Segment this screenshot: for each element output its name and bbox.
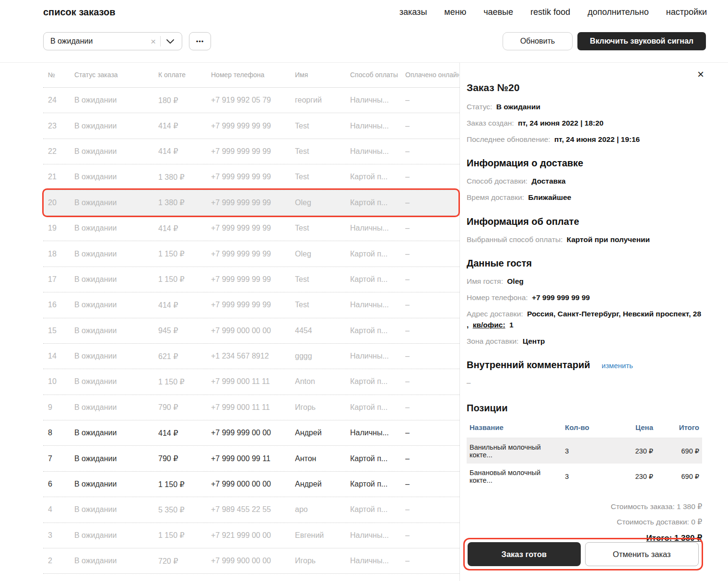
order-cell-total: 1 150 ₽ [158,480,211,489]
apt-office-link[interactable]: кв/офис: [473,321,505,329]
order-row-17[interactable]: 17В ожидании1 150 ₽+7 999 999 99 99TestК… [43,267,459,292]
order-row-22[interactable]: 22В ожидании414 ₽+7 999 999 99 99TestНал… [43,139,459,164]
item-row: Ванильный молочный кокте...3230 ₽690 ₽ [467,438,702,464]
order-cell-phone: +7 999 999 99 99 [211,147,295,156]
order-cell-payment: Наличны... [350,224,405,232]
field-value: Картой при получении [567,235,650,244]
order-cell-paid_online: – [405,480,459,488]
items-column-total: Итого [653,423,699,431]
order-row-7[interactable]: 7В ожидании790 ₽+7 999 000 99 11АнтонКар… [43,446,459,471]
order-row-8[interactable]: 8В ожидании414 ₽+7 999 999 00 00АндрейНа… [43,420,459,446]
toolbar-right: Обновить Включить звуковой сигнал [503,32,706,50]
cancel-order-button[interactable]: Отменить заказ [585,542,699,566]
order-cell-paid_online: – [405,275,459,284]
order-cell-paid_online: – [405,505,459,514]
order-cell-name: Игорь [295,403,350,412]
order-cell-name: Oleg [295,198,350,207]
order-cell-paid_online: – [405,301,459,309]
nav-item-restik-food[interactable]: restik food [530,7,570,17]
order-cell-total: 790 ₽ [158,403,211,412]
order-cell-status: В ожидании [74,531,158,540]
top-nav: заказыменючаевыеrestik foodдополнительно… [399,7,707,17]
order-cell-payment: Наличны... [350,531,405,540]
nav-item-settings[interactable]: настройки [666,7,707,17]
order-cell-status: В ожидании [74,122,158,130]
order-row-9[interactable]: 9В ожидании790 ₽+7 999 000 11 11ИгорьКар… [43,395,459,420]
order-cell-total: 720 ₽ [158,557,211,566]
close-icon[interactable]: × [697,69,704,80]
nav-item-extra[interactable]: дополнительно [587,7,649,17]
order-cell-payment: Картой п... [350,403,405,412]
order-cell-name: Антон [295,454,350,463]
order-cell-status: В ожидании [74,198,158,207]
delivery-cost: Стоимость доставки: 0 ₽ [467,518,702,526]
order-cell-phone: +7 921 999 00 00 [211,531,295,540]
order-row-10[interactable]: 10В ожидании1 150 ₽+7 999 000 11 11Anton… [43,369,459,395]
toolbar-left: В ожидании × ••• [43,32,211,50]
chevron-down-icon[interactable] [161,39,178,44]
order-cell-status: В ожидании [74,250,158,258]
edit-comment-link[interactable]: изменить [602,361,633,370]
order-cell-num: 22 [48,147,74,156]
order-cell-payment: Картой п... [350,480,405,488]
order-cell-total: 5 350 ₽ [158,505,211,514]
order-row-3[interactable]: 3В ожидании1 150 ₽+7 921 999 00 00Евгени… [43,523,459,548]
nav-item-menu[interactable]: меню [444,7,466,17]
items-column-price: Цена [609,423,653,431]
order-cell-paid_online: – [405,122,459,130]
order-row-18[interactable]: 18В ожидании1 150 ₽+7 999 999 99 99OlegК… [43,241,459,267]
top-bar: список заказов заказыменючаевыеrestik fo… [0,0,728,18]
order-cell-num: 18 [48,250,74,258]
app-window: список заказов заказыменючаевыеrestik fo… [0,0,728,581]
order-row-24[interactable]: 24В ожидании180 ₽+7 919 992 05 79георгий… [43,88,459,113]
field-value: Oleg [507,277,523,285]
totals: Стоимость заказа: 1 380 ₽ Стоимость дост… [467,502,702,543]
order-title: Заказ №20 [467,82,702,93]
order-cell-paid_online: – [405,352,459,360]
order-cell-num: 7 [48,454,74,463]
field-guest-phone: Номер телефона: +7 999 999 99 99 [467,292,702,303]
order-cell-total: 1 150 ₽ [158,275,211,284]
field-created: Заказ создан: пт, 24 июня 2022 | 18:20 [467,118,702,128]
order-cell-phone: +7 999 999 00 00 [211,429,295,437]
order-cell-num: 14 [48,352,74,360]
field-guest-name: Имя гостя: Oleg [467,276,702,287]
comment-value: – [467,378,702,386]
field-value: Доставка [531,177,565,185]
order-cell-phone: +7 999 900 00 00 [211,557,295,565]
apt-office-value: 1 [509,321,514,329]
items-rows: Ванильный молочный кокте...3230 ₽690 ₽Ба… [467,438,702,489]
order-cell-name: Test [295,275,350,284]
enable-sound-button[interactable]: Включить звуковой сигнал [577,32,706,50]
refresh-button[interactable]: Обновить [503,32,573,50]
order-cell-total: 414 ₽ [158,301,211,310]
order-cell-paid_online: – [405,429,459,437]
order-cell-payment: Картой п... [350,198,405,207]
order-row-4[interactable]: 4В ожидании5 350 ₽+7 989 455 22 55apoКар… [43,497,459,523]
clear-filter-icon[interactable]: × [146,37,160,46]
order-row-21[interactable]: 21В ожидании1 380 ₽+7 999 999 99 99TestК… [43,164,459,190]
field-label: Выбранный способ оплаты: [467,235,563,244]
order-row-6[interactable]: 6В ожидании1 150 ₽+7 999 000 00 00Андрей… [43,472,459,497]
order-row-2[interactable]: 2В ожидании720 ₽+7 999 900 00 00ИгорьНал… [43,548,459,574]
order-row-16[interactable]: 16В ожидании414 ₽+7 999 999 99 99TestНал… [43,292,459,318]
order-row-15[interactable]: 15В ожидании945 ₽+7 999 000 00 004454Кар… [43,318,459,344]
nav-item-tips[interactable]: чаевые [483,7,513,17]
order-cell-phone: +7 999 999 99 99 [211,122,295,130]
order-row-23[interactable]: 23В ожидании414 ₽+7 999 999 99 99TestНал… [43,113,459,139]
order-row-14[interactable]: 14В ожидании621 ₽+1 234 567 8912ggggНали… [43,344,459,369]
order-cell-status: В ожидании [74,505,158,514]
order-cell-paid_online: – [405,96,459,105]
payment-section-heading: Информация об оплате [467,216,702,227]
order-row-19[interactable]: 19В ожидании414 ₽+7 999 999 99 99TestНал… [43,216,459,241]
order-cell-status: В ожидании [74,301,158,309]
status-filter-select[interactable]: В ожидании × [43,32,182,50]
order-ready-button[interactable]: Заказ готов [468,542,581,566]
more-options-button[interactable]: ••• [189,32,211,50]
order-row-20[interactable]: 20В ожидании1 380 ₽+7 999 999 99 99OlegК… [43,190,459,216]
order-cell-num: 4 [48,505,74,514]
order-cell-payment: Наличны... [350,429,405,437]
order-cell-payment: Наличны... [350,122,405,130]
nav-item-orders[interactable]: заказы [399,7,427,17]
field-payment-method: Выбранный способ оплаты: Картой при полу… [467,234,702,245]
